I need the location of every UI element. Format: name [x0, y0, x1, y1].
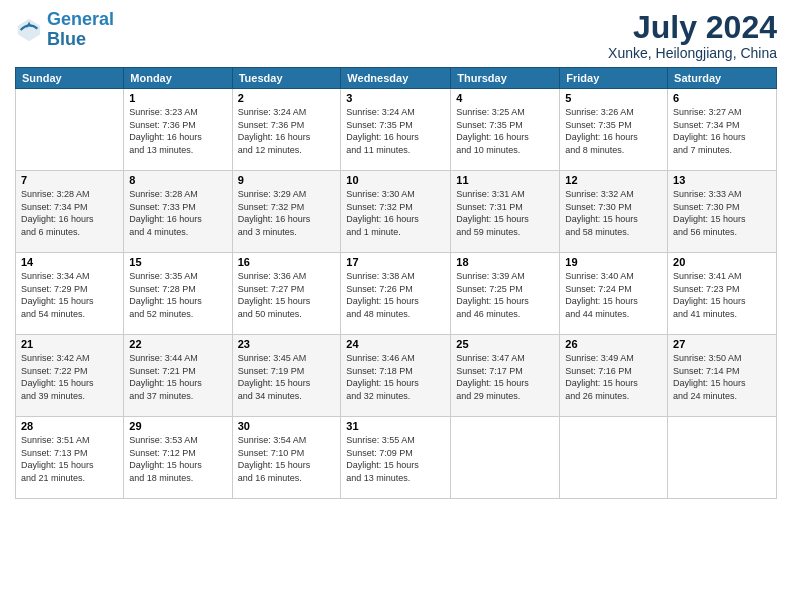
weekday-header-row: SundayMondayTuesdayWednesdayThursdayFrid…	[16, 68, 777, 89]
day-number: 21	[21, 338, 118, 350]
day-number: 1	[129, 92, 226, 104]
day-info: Sunrise: 3:49 AMSunset: 7:16 PMDaylight:…	[565, 352, 662, 402]
day-number: 26	[565, 338, 662, 350]
day-info: Sunrise: 3:51 AMSunset: 7:13 PMDaylight:…	[21, 434, 118, 484]
calendar-cell: 4Sunrise: 3:25 AMSunset: 7:35 PMDaylight…	[451, 89, 560, 171]
calendar-table: SundayMondayTuesdayWednesdayThursdayFrid…	[15, 67, 777, 499]
day-info: Sunrise: 3:34 AMSunset: 7:29 PMDaylight:…	[21, 270, 118, 320]
day-info: Sunrise: 3:25 AMSunset: 7:35 PMDaylight:…	[456, 106, 554, 156]
day-info: Sunrise: 3:27 AMSunset: 7:34 PMDaylight:…	[673, 106, 771, 156]
calendar-cell: 2Sunrise: 3:24 AMSunset: 7:36 PMDaylight…	[232, 89, 341, 171]
day-number: 15	[129, 256, 226, 268]
day-number: 24	[346, 338, 445, 350]
calendar-cell: 24Sunrise: 3:46 AMSunset: 7:18 PMDayligh…	[341, 335, 451, 417]
day-info: Sunrise: 3:36 AMSunset: 7:27 PMDaylight:…	[238, 270, 336, 320]
weekday-header-saturday: Saturday	[668, 68, 777, 89]
day-info: Sunrise: 3:46 AMSunset: 7:18 PMDaylight:…	[346, 352, 445, 402]
day-number: 9	[238, 174, 336, 186]
logo-general: General	[47, 9, 114, 29]
day-number: 17	[346, 256, 445, 268]
weekday-header-monday: Monday	[124, 68, 232, 89]
calendar-cell: 6Sunrise: 3:27 AMSunset: 7:34 PMDaylight…	[668, 89, 777, 171]
calendar-cell: 16Sunrise: 3:36 AMSunset: 7:27 PMDayligh…	[232, 253, 341, 335]
day-number: 10	[346, 174, 445, 186]
calendar-cell: 13Sunrise: 3:33 AMSunset: 7:30 PMDayligh…	[668, 171, 777, 253]
calendar-week-3: 14Sunrise: 3:34 AMSunset: 7:29 PMDayligh…	[16, 253, 777, 335]
calendar-cell: 22Sunrise: 3:44 AMSunset: 7:21 PMDayligh…	[124, 335, 232, 417]
calendar-cell: 17Sunrise: 3:38 AMSunset: 7:26 PMDayligh…	[341, 253, 451, 335]
day-info: Sunrise: 3:28 AMSunset: 7:33 PMDaylight:…	[129, 188, 226, 238]
day-number: 14	[21, 256, 118, 268]
calendar-cell: 23Sunrise: 3:45 AMSunset: 7:19 PMDayligh…	[232, 335, 341, 417]
day-number: 11	[456, 174, 554, 186]
calendar-cell: 30Sunrise: 3:54 AMSunset: 7:10 PMDayligh…	[232, 417, 341, 499]
calendar-cell: 1Sunrise: 3:23 AMSunset: 7:36 PMDaylight…	[124, 89, 232, 171]
day-number: 28	[21, 420, 118, 432]
day-info: Sunrise: 3:24 AMSunset: 7:36 PMDaylight:…	[238, 106, 336, 156]
day-number: 22	[129, 338, 226, 350]
calendar-cell: 7Sunrise: 3:28 AMSunset: 7:34 PMDaylight…	[16, 171, 124, 253]
weekday-header-tuesday: Tuesday	[232, 68, 341, 89]
day-info: Sunrise: 3:38 AMSunset: 7:26 PMDaylight:…	[346, 270, 445, 320]
logo: General Blue	[15, 10, 114, 50]
day-info: Sunrise: 3:41 AMSunset: 7:23 PMDaylight:…	[673, 270, 771, 320]
logo-icon	[15, 16, 43, 44]
calendar-cell: 29Sunrise: 3:53 AMSunset: 7:12 PMDayligh…	[124, 417, 232, 499]
calendar-cell: 11Sunrise: 3:31 AMSunset: 7:31 PMDayligh…	[451, 171, 560, 253]
day-number: 25	[456, 338, 554, 350]
day-info: Sunrise: 3:50 AMSunset: 7:14 PMDaylight:…	[673, 352, 771, 402]
logo-text: General Blue	[47, 10, 114, 50]
day-number: 18	[456, 256, 554, 268]
day-number: 7	[21, 174, 118, 186]
day-info: Sunrise: 3:53 AMSunset: 7:12 PMDaylight:…	[129, 434, 226, 484]
weekday-header-wednesday: Wednesday	[341, 68, 451, 89]
calendar-cell: 5Sunrise: 3:26 AMSunset: 7:35 PMDaylight…	[560, 89, 668, 171]
day-number: 13	[673, 174, 771, 186]
day-info: Sunrise: 3:29 AMSunset: 7:32 PMDaylight:…	[238, 188, 336, 238]
day-info: Sunrise: 3:42 AMSunset: 7:22 PMDaylight:…	[21, 352, 118, 402]
day-number: 16	[238, 256, 336, 268]
day-info: Sunrise: 3:32 AMSunset: 7:30 PMDaylight:…	[565, 188, 662, 238]
day-number: 5	[565, 92, 662, 104]
day-info: Sunrise: 3:30 AMSunset: 7:32 PMDaylight:…	[346, 188, 445, 238]
day-number: 12	[565, 174, 662, 186]
day-info: Sunrise: 3:26 AMSunset: 7:35 PMDaylight:…	[565, 106, 662, 156]
day-info: Sunrise: 3:24 AMSunset: 7:35 PMDaylight:…	[346, 106, 445, 156]
calendar-week-1: 1Sunrise: 3:23 AMSunset: 7:36 PMDaylight…	[16, 89, 777, 171]
day-info: Sunrise: 3:55 AMSunset: 7:09 PMDaylight:…	[346, 434, 445, 484]
day-info: Sunrise: 3:40 AMSunset: 7:24 PMDaylight:…	[565, 270, 662, 320]
page-container: General Blue July 2024 Xunke, Heilongjia…	[0, 0, 792, 612]
day-number: 4	[456, 92, 554, 104]
calendar-cell: 9Sunrise: 3:29 AMSunset: 7:32 PMDaylight…	[232, 171, 341, 253]
day-info: Sunrise: 3:44 AMSunset: 7:21 PMDaylight:…	[129, 352, 226, 402]
calendar-cell: 21Sunrise: 3:42 AMSunset: 7:22 PMDayligh…	[16, 335, 124, 417]
calendar-cell: 26Sunrise: 3:49 AMSunset: 7:16 PMDayligh…	[560, 335, 668, 417]
calendar-cell	[451, 417, 560, 499]
month-year: July 2024	[608, 10, 777, 45]
calendar-cell: 18Sunrise: 3:39 AMSunset: 7:25 PMDayligh…	[451, 253, 560, 335]
logo-blue: Blue	[47, 30, 114, 50]
calendar-cell: 28Sunrise: 3:51 AMSunset: 7:13 PMDayligh…	[16, 417, 124, 499]
calendar-cell: 15Sunrise: 3:35 AMSunset: 7:28 PMDayligh…	[124, 253, 232, 335]
calendar-cell: 14Sunrise: 3:34 AMSunset: 7:29 PMDayligh…	[16, 253, 124, 335]
calendar-cell: 3Sunrise: 3:24 AMSunset: 7:35 PMDaylight…	[341, 89, 451, 171]
day-number: 30	[238, 420, 336, 432]
calendar-cell: 12Sunrise: 3:32 AMSunset: 7:30 PMDayligh…	[560, 171, 668, 253]
day-info: Sunrise: 3:23 AMSunset: 7:36 PMDaylight:…	[129, 106, 226, 156]
day-number: 31	[346, 420, 445, 432]
day-number: 20	[673, 256, 771, 268]
calendar-cell: 19Sunrise: 3:40 AMSunset: 7:24 PMDayligh…	[560, 253, 668, 335]
day-info: Sunrise: 3:45 AMSunset: 7:19 PMDaylight:…	[238, 352, 336, 402]
calendar-week-2: 7Sunrise: 3:28 AMSunset: 7:34 PMDaylight…	[16, 171, 777, 253]
calendar-cell: 27Sunrise: 3:50 AMSunset: 7:14 PMDayligh…	[668, 335, 777, 417]
calendar-cell	[560, 417, 668, 499]
day-info: Sunrise: 3:39 AMSunset: 7:25 PMDaylight:…	[456, 270, 554, 320]
calendar-cell: 31Sunrise: 3:55 AMSunset: 7:09 PMDayligh…	[341, 417, 451, 499]
day-info: Sunrise: 3:54 AMSunset: 7:10 PMDaylight:…	[238, 434, 336, 484]
weekday-header-thursday: Thursday	[451, 68, 560, 89]
day-number: 8	[129, 174, 226, 186]
calendar-cell: 10Sunrise: 3:30 AMSunset: 7:32 PMDayligh…	[341, 171, 451, 253]
weekday-header-sunday: Sunday	[16, 68, 124, 89]
calendar-cell: 20Sunrise: 3:41 AMSunset: 7:23 PMDayligh…	[668, 253, 777, 335]
calendar-week-4: 21Sunrise: 3:42 AMSunset: 7:22 PMDayligh…	[16, 335, 777, 417]
